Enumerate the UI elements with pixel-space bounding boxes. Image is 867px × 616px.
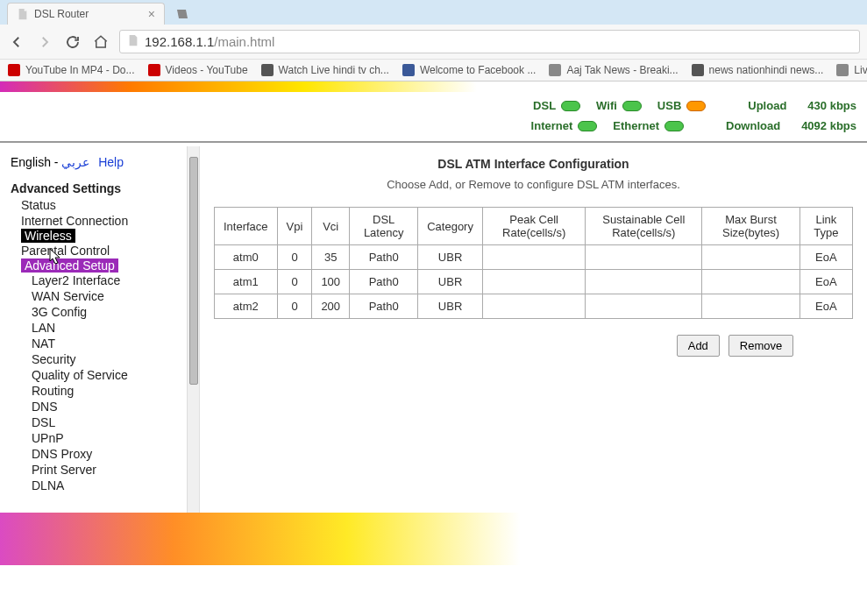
status-row-1: DSLWifiUSB Upload 430 kbps bbox=[533, 99, 856, 112]
svg-rect-4 bbox=[549, 64, 561, 76]
status-item-usb: USB bbox=[657, 99, 706, 112]
sidebar-item-routing[interactable]: Routing bbox=[11, 383, 195, 399]
sidebar-item-dlna[interactable]: DLNA bbox=[11, 478, 195, 493]
main-area: English - عربي Help Advanced Settings St… bbox=[0, 146, 867, 513]
atm-table: InterfaceVpiVciDSL LatencyCategoryPeak C… bbox=[214, 207, 853, 319]
status-item-wifi: Wifi bbox=[596, 99, 642, 112]
bookmark-label: Aaj Tak News - Breaki... bbox=[566, 64, 678, 76]
scrollbar-thumb[interactable] bbox=[189, 157, 198, 385]
download-value: 4092 kbps bbox=[801, 119, 856, 132]
bookmark-item[interactable]: Live Hindi News: Wa bbox=[835, 63, 867, 77]
upload-label: Upload bbox=[748, 99, 786, 112]
table-cell bbox=[702, 294, 799, 319]
tab-close-icon[interactable]: × bbox=[148, 7, 155, 21]
table-cell bbox=[702, 270, 799, 294]
sidebar-item-wireless[interactable]: Wireless bbox=[21, 229, 75, 243]
sidebar-item-print-server[interactable]: Print Server bbox=[11, 462, 195, 478]
status-item-dsl: DSL bbox=[533, 99, 580, 112]
lang-english[interactable]: English bbox=[11, 155, 51, 169]
table-cell: 0 bbox=[277, 245, 312, 270]
svg-rect-1 bbox=[148, 64, 160, 76]
table-cell: Path0 bbox=[350, 270, 418, 294]
sidebar-item-dsl[interactable]: DSL bbox=[11, 414, 195, 430]
bookmark-favicon bbox=[147, 63, 161, 77]
sidebar-scrollbar[interactable] bbox=[187, 146, 199, 513]
content-panel: DSL ATM Interface Configuration Choose A… bbox=[200, 146, 867, 513]
bookmark-label: Welcome to Facebook ... bbox=[420, 64, 537, 76]
bookmark-favicon bbox=[691, 63, 705, 77]
table-cell bbox=[482, 270, 585, 294]
table-cell: Path0 bbox=[350, 245, 418, 270]
home-button[interactable] bbox=[91, 32, 110, 52]
sidebar-item-dns[interactable]: DNS bbox=[11, 399, 195, 414]
table-header: DSL Latency bbox=[350, 208, 418, 245]
divider bbox=[0, 141, 867, 143]
page-content: DSLWifiUSB Upload 430 kbps InternetEther… bbox=[0, 81, 867, 565]
reload-button[interactable] bbox=[63, 32, 82, 52]
bookmark-item[interactable]: Welcome to Facebook ... bbox=[402, 63, 537, 77]
sidebar-item-quality-of-service[interactable]: Quality of Service bbox=[11, 367, 195, 383]
download-label: Download bbox=[726, 119, 780, 132]
bookmark-label: Watch Live hindi tv ch... bbox=[279, 64, 389, 76]
content-subtitle: Choose Add, or Remove to configure DSL A… bbox=[214, 178, 853, 191]
sidebar-item-upnp[interactable]: UPnP bbox=[11, 430, 195, 446]
sidebar: English - عربي Help Advanced Settings St… bbox=[0, 146, 200, 513]
lang-arabic[interactable]: عربي bbox=[61, 155, 89, 169]
button-row: Add Remove bbox=[214, 335, 853, 357]
sidebar-item-wan-service[interactable]: WAN Service bbox=[11, 288, 195, 304]
top-gradient bbox=[0, 81, 867, 92]
table-header: Interface bbox=[215, 208, 278, 245]
table-cell: atm1 bbox=[215, 270, 278, 294]
table-cell: 35 bbox=[312, 245, 350, 270]
bookmarks-bar: YouTube In MP4 - Do...Videos - YouTubeWa… bbox=[0, 59, 867, 81]
bookmark-favicon bbox=[548, 63, 562, 77]
status-item-ethernet: Ethernet bbox=[613, 119, 684, 132]
svg-rect-3 bbox=[402, 64, 415, 76]
upload-value: 430 kbps bbox=[807, 99, 856, 112]
sidebar-item-dns-proxy[interactable]: DNS Proxy bbox=[11, 446, 195, 462]
sidebar-item-status[interactable]: Status bbox=[11, 197, 195, 213]
sidebar-item-lan[interactable]: LAN bbox=[11, 320, 195, 336]
table-header: Category bbox=[418, 208, 483, 245]
sidebar-item-nat[interactable]: NAT bbox=[11, 336, 195, 351]
table-cell bbox=[586, 294, 702, 319]
table-cell: 100 bbox=[312, 270, 350, 294]
bookmark-item[interactable]: news nationhindi news... bbox=[691, 63, 824, 77]
content-title: DSL ATM Interface Configuration bbox=[214, 157, 853, 171]
table-header: Peak Cell Rate(cells/s) bbox=[482, 208, 585, 245]
table-cell: UBR bbox=[418, 270, 483, 294]
status-label: USB bbox=[657, 99, 681, 112]
table-cell: UBR bbox=[418, 245, 483, 270]
url-host: 192.168.1.1 bbox=[145, 34, 214, 49]
svg-rect-5 bbox=[692, 64, 704, 76]
back-button[interactable] bbox=[7, 32, 26, 52]
bookmark-item[interactable]: YouTube In MP4 - Do... bbox=[7, 63, 135, 77]
status-label: Ethernet bbox=[613, 119, 659, 132]
remove-button[interactable]: Remove bbox=[728, 335, 793, 357]
sidebar-item-layer2-interface[interactable]: Layer2 Interface bbox=[11, 273, 195, 288]
bookmark-item[interactable]: Aaj Tak News - Breaki... bbox=[548, 63, 678, 77]
status-row-2: InternetEthernet Download 4092 kbps bbox=[531, 119, 856, 132]
status-pill-icon bbox=[686, 101, 706, 111]
help-link[interactable]: Help bbox=[98, 155, 124, 169]
svg-rect-0 bbox=[8, 64, 20, 76]
sidebar-item-advanced-setup[interactable]: Advanced Setup bbox=[21, 258, 118, 273]
bookmark-favicon bbox=[402, 63, 416, 77]
bookmark-item[interactable]: Videos - YouTube bbox=[147, 63, 248, 77]
sidebar-item-parental-control[interactable]: Parental Control bbox=[11, 243, 195, 258]
add-button[interactable]: Add bbox=[677, 335, 720, 357]
table-header: Link Type bbox=[799, 208, 852, 245]
browser-tab[interactable]: DSL Router × bbox=[7, 3, 165, 25]
sidebar-item-security[interactable]: Security bbox=[11, 351, 195, 367]
bookmark-item[interactable]: Watch Live hindi tv ch... bbox=[260, 63, 389, 77]
address-bar[interactable]: 192.168.1.1/main.html bbox=[119, 30, 860, 53]
forward-button[interactable] bbox=[35, 32, 54, 52]
sidebar-item-3g-config[interactable]: 3G Config bbox=[11, 304, 195, 320]
new-tab-icon[interactable] bbox=[170, 6, 193, 25]
bookmark-label: news nationhindi news... bbox=[709, 64, 824, 76]
table-cell: 0 bbox=[277, 270, 312, 294]
status-pill-icon bbox=[561, 101, 580, 111]
site-info-icon[interactable] bbox=[127, 34, 139, 49]
sidebar-item-internet-connection[interactable]: Internet Connection bbox=[11, 213, 195, 229]
language-row: English - عربي Help bbox=[11, 155, 195, 169]
